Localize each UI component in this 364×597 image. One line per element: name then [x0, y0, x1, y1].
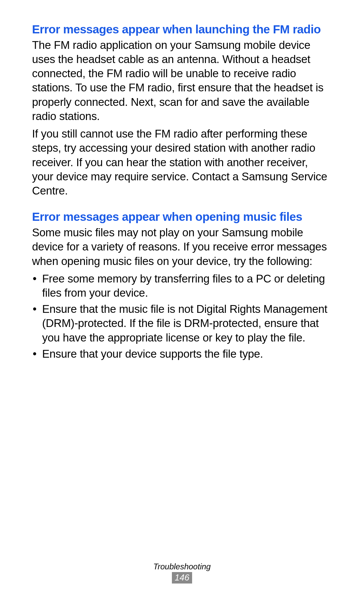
body-paragraph: Some music files may not play on your Sa…	[32, 226, 332, 268]
footer-section-label: Troubleshooting	[0, 562, 364, 571]
list-item: Ensure that your device supports the fil…	[42, 347, 332, 361]
section-heading-music-files: Error messages appear when opening music…	[32, 209, 332, 224]
section-heading-fm-radio: Error messages appear when launching the…	[32, 22, 332, 37]
body-paragraph: The FM radio application on your Samsung…	[32, 38, 332, 123]
bullet-list: Free some memory by transferring files t…	[32, 272, 332, 361]
page-number: 146	[172, 572, 192, 584]
document-page: Error messages appear when launching the…	[0, 0, 364, 597]
section-spacer	[32, 201, 332, 209]
body-paragraph: If you still cannot use the FM radio aft…	[32, 127, 332, 198]
list-item: Ensure that the music file is not Digita…	[42, 302, 332, 345]
page-footer: Troubleshooting 146	[0, 562, 364, 584]
list-item: Free some memory by transferring files t…	[42, 272, 332, 300]
